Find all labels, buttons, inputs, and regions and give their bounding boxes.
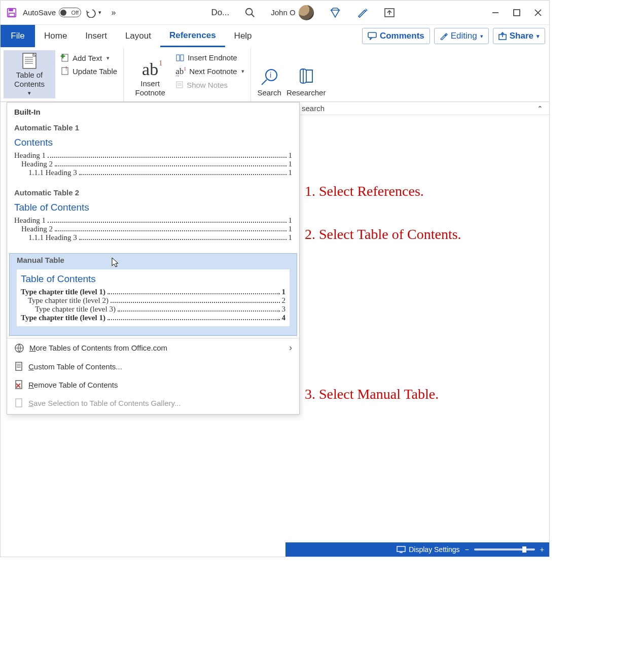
editing-button[interactable]: Editing ▾ (434, 28, 489, 44)
tab-home[interactable]: Home (35, 25, 76, 47)
svg-rect-21 (176, 55, 180, 61)
svg-rect-10 (368, 32, 376, 38)
svg-rect-38 (397, 546, 405, 552)
title-bar: AutoSave Off ▾ » Do... John O (1, 1, 549, 25)
researcher-button[interactable]: Researcher (287, 50, 326, 98)
svg-rect-23 (176, 82, 183, 88)
collapse-chevron-icon[interactable]: ⌃ (537, 105, 543, 113)
diamond-icon[interactable] (329, 7, 341, 18)
zoom-out-button[interactable]: − (465, 545, 469, 554)
close-button[interactable] (530, 5, 546, 21)
tab-file[interactable]: File (1, 25, 35, 47)
add-text-button[interactable]: ✚ Add Text (60, 53, 117, 62)
user-name: John O (271, 8, 295, 17)
annotation-2: 2. Select Table of Contents. (305, 226, 461, 243)
annotation-1: 1. Select References. (305, 183, 424, 199)
maximize-button[interactable] (509, 5, 525, 21)
undo-button[interactable]: ▾ (83, 5, 103, 21)
tab-help[interactable]: Help (225, 25, 261, 47)
minimize-button[interactable] (487, 5, 504, 21)
table-of-contents-button[interactable]: Table of Contents ▾ (4, 50, 55, 98)
gallery-section-builtin: Built-In (7, 102, 299, 121)
side-panel-title-tail: search (302, 104, 325, 113)
document-title: Do... (211, 8, 229, 18)
side-panel-header: search ⌃ (296, 102, 549, 115)
tab-layout[interactable]: Layout (116, 25, 160, 47)
status-bar: Display Settings − + (285, 542, 549, 557)
pen-sparkle-icon[interactable] (356, 7, 369, 18)
svg-rect-30 (16, 362, 22, 370)
autosave-toggle[interactable]: AutoSave Off (23, 8, 81, 17)
svg-text:✚: ✚ (60, 53, 65, 60)
cursor-icon (111, 257, 120, 268)
autosave-switch[interactable]: Off (59, 8, 81, 17)
svg-text:i: i (270, 71, 271, 79)
ribbon-references: Table of Contents ▾ ✚ Add Text ! Update … (1, 47, 549, 102)
svg-point-3 (246, 8, 253, 15)
gallery-item-automatic-table-1[interactable]: Automatic Table 1 Contents Heading 11 He… (7, 121, 299, 186)
comments-button[interactable]: Comments (362, 28, 430, 44)
zoom-slider[interactable] (474, 548, 535, 551)
search-button[interactable]: i Search (257, 50, 281, 98)
more-qat-icon[interactable]: » (105, 5, 122, 21)
gallery-item-manual-table[interactable]: Manual Table Table of Contents Type chap… (9, 253, 297, 336)
share-button[interactable]: Share ▾ (493, 28, 545, 44)
menu-remove-toc[interactable]: Remove Table of Contents (7, 375, 299, 394)
svg-line-28 (262, 80, 267, 85)
svg-text:!: ! (65, 66, 67, 72)
show-notes-button: Show Notes (175, 81, 244, 89)
globe-icon (14, 343, 24, 353)
menu-save-selection-toc: Save Selection to Table of Contents Gall… (7, 394, 299, 412)
search-icon[interactable] (244, 7, 256, 18)
svg-rect-1 (9, 8, 13, 11)
menu-more-toc-office[interactable]: More Tables of Contents from Office.com … (7, 338, 299, 357)
user-account[interactable]: John O (271, 5, 313, 20)
gallery-item-automatic-table-2[interactable]: Automatic Table 2 Table of Contents Head… (7, 186, 299, 251)
update-table-button[interactable]: ! Update Table (60, 66, 117, 76)
menu-custom-toc[interactable]: Custom Table of Contents... (7, 357, 299, 375)
next-footnote-button[interactable]: ab1→ Next Footnote (175, 66, 244, 77)
svg-rect-7 (514, 10, 520, 16)
chevron-right-icon: › (289, 342, 292, 353)
svg-rect-2 (9, 13, 15, 16)
svg-rect-22 (181, 55, 184, 61)
toc-gallery-dropdown: Built-In Automatic Table 1 Contents Head… (7, 102, 300, 415)
svg-rect-37 (16, 399, 22, 407)
tab-insert[interactable]: Insert (76, 25, 116, 47)
zoom-in-button[interactable]: + (540, 545, 544, 554)
annotation-3: 3. Select Manual Table. (305, 386, 439, 402)
ribbon-tabs: File Home Insert Layout References Help … (1, 25, 549, 47)
avatar (299, 5, 314, 20)
document-icon (14, 361, 23, 371)
insert-footnote-button[interactable]: ab1 Insert Footnote (130, 50, 170, 98)
tab-references[interactable]: References (160, 25, 225, 47)
display-settings-button[interactable]: Display Settings (397, 545, 459, 554)
insert-endnote-button[interactable]: Insert Endnote (175, 53, 244, 62)
autosave-label: AutoSave (23, 8, 56, 17)
upload-icon[interactable] (384, 8, 395, 18)
svg-line-4 (252, 14, 255, 17)
save-gallery-icon (14, 398, 23, 408)
remove-icon (14, 380, 23, 390)
save-icon[interactable] (4, 5, 20, 21)
